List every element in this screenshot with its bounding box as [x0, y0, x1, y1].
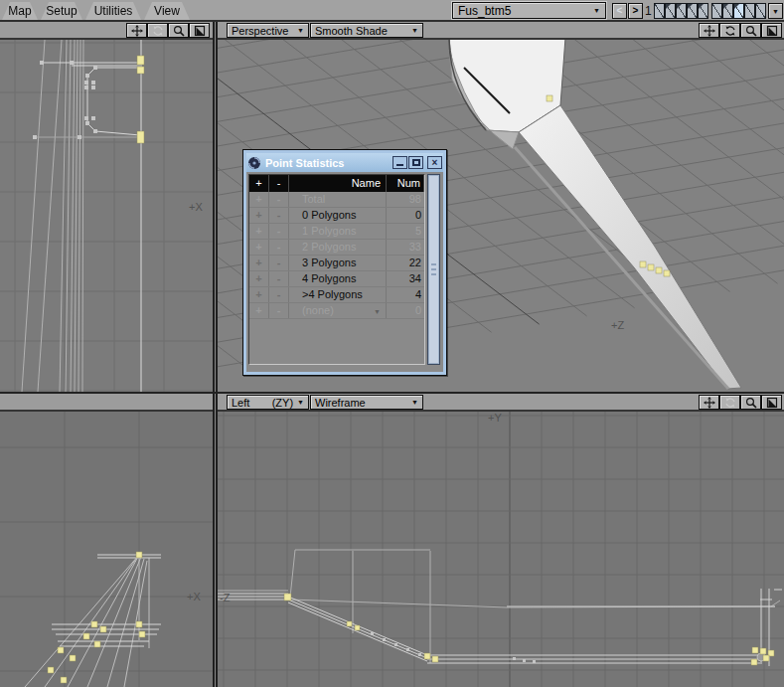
next-layer-button[interactable]: >	[628, 3, 643, 19]
expand-viewport-button[interactable]	[189, 23, 210, 38]
minimize-icon	[396, 164, 403, 166]
tab-bar: Map Setup Utilities View Fus_btm5 ▼ < > …	[0, 0, 784, 22]
layer-button-8[interactable]	[733, 3, 744, 19]
maximize-viewport-icon	[766, 25, 778, 37]
previous-layer-button[interactable]: <	[612, 3, 627, 19]
layer-button-6[interactable]	[711, 3, 722, 19]
scrollbar[interactable]	[427, 174, 440, 365]
row-select-minus-button[interactable]: -	[269, 208, 289, 223]
row-count: 0	[387, 208, 424, 223]
zoom-viewport-button[interactable]	[740, 23, 761, 38]
stats-row: +-2 Polygons33	[249, 240, 424, 256]
wireframe	[42, 63, 140, 135]
layer-button-5[interactable]	[698, 3, 708, 19]
row-select-plus-button[interactable]: +	[249, 240, 269, 255]
chevron-down-icon: ▼	[411, 399, 418, 406]
render-mode-value: Wireframe	[315, 397, 366, 409]
row-select-minus-button[interactable]: -	[269, 224, 289, 239]
layer-button-1[interactable]	[654, 3, 665, 19]
modeler-window: Map Setup Utilities View Fus_btm5 ▼ < > …	[0, 0, 784, 687]
scrollbar-grip-icon	[431, 263, 436, 276]
pan-viewport-button[interactable]	[699, 23, 719, 38]
stats-row: +-3 Polygons22	[249, 256, 424, 271]
rotate-viewport-button-disabled	[147, 23, 168, 38]
title-bar[interactable]: Point Statistics ×	[246, 153, 443, 172]
row-select-minus-button[interactable]: -	[269, 192, 289, 207]
tab-setup[interactable]: Setup	[41, 2, 82, 20]
row-count: 4	[387, 287, 424, 302]
tab-map[interactable]: Map	[2, 2, 38, 20]
maximize-button[interactable]	[408, 156, 423, 169]
chevron-down-icon[interactable]: ▼	[374, 304, 381, 319]
grid	[0, 40, 213, 392]
row-select-plus-button[interactable]: +	[249, 303, 269, 318]
tab-utilities[interactable]: Utilities	[85, 2, 141, 20]
pan-viewport-button[interactable]	[126, 23, 147, 38]
chevron-down-icon: ▼	[297, 399, 304, 406]
select-plus-header[interactable]: +	[249, 175, 269, 192]
tab-view[interactable]: View	[144, 2, 190, 20]
view-mode-selector[interactable]: Perspective ▼	[227, 23, 309, 38]
view-mode-selector[interactable]: Left (ZY) ▼	[227, 395, 309, 410]
layer-button-7[interactable]	[722, 3, 733, 19]
object-selector[interactable]: Fus_btm5 ▼	[452, 2, 606, 19]
bottom-left-viewport[interactable]: +X	[0, 412, 213, 687]
shaded-object	[449, 40, 741, 389]
stats-table: + - Name Num +-Total98+-0 Polygons0+-1 P…	[248, 174, 425, 365]
row-select-plus-button[interactable]: +	[249, 192, 269, 207]
rotate-icon	[724, 25, 736, 37]
row-name: 0 Polygons	[289, 208, 387, 223]
horizontal-splitter[interactable]	[0, 392, 784, 394]
render-mode-selector[interactable]: Wireframe ▼	[310, 395, 423, 410]
layer-button-10[interactable]	[755, 3, 766, 19]
zoom-viewport-button[interactable]	[168, 23, 189, 38]
row-select-minus-button[interactable]: -	[269, 303, 289, 318]
axis-label: +Z	[611, 319, 624, 331]
tab-strip: Map Setup Utilities View	[2, 2, 190, 20]
row-select-minus-button[interactable]: -	[269, 240, 289, 255]
row-select-plus-button[interactable]: +	[249, 287, 269, 302]
side-viewport[interactable]: +Y -Z	[218, 412, 784, 687]
row-select-minus-button[interactable]: -	[269, 271, 289, 286]
layer-button-3[interactable]	[676, 3, 687, 19]
layer-page-number: 1	[645, 4, 652, 18]
layer-button-4[interactable]	[687, 3, 698, 19]
row-name: 1 Polygons	[289, 224, 387, 239]
row-select-plus-button[interactable]: +	[249, 208, 269, 223]
row-name: 4 Polygons	[289, 271, 387, 286]
expand-viewport-button[interactable]	[761, 395, 782, 410]
row-select-minus-button[interactable]: -	[269, 287, 289, 302]
row-select-plus-button[interactable]: +	[249, 224, 269, 239]
vertical-splitter[interactable]	[213, 22, 218, 687]
layer-button-2[interactable]	[665, 3, 676, 19]
layer-bank	[654, 3, 766, 19]
render-mode-selector[interactable]: Smooth Shade ▼	[310, 23, 423, 38]
rotate-viewport-button[interactable]	[719, 23, 740, 38]
viewport-controls	[126, 23, 210, 38]
row-select-minus-button[interactable]: -	[269, 256, 289, 270]
pan-viewport-button[interactable]	[699, 395, 719, 410]
side-viewport-header: Left (ZY) ▼ Wireframe ▼	[218, 394, 784, 412]
magnifier-icon	[173, 25, 185, 37]
maximize-viewport-icon	[766, 397, 778, 409]
minimize-button[interactable]	[392, 156, 407, 169]
stats-table-header: + - Name Num	[249, 175, 424, 192]
pan-icon	[704, 397, 715, 409]
top-left-viewport[interactable]: +X	[0, 40, 213, 392]
scrollbar-thumb[interactable]	[429, 176, 438, 363]
zoom-viewport-button[interactable]	[740, 395, 761, 410]
viewport-controls	[699, 23, 782, 38]
row-count: 22	[387, 256, 424, 270]
row-select-plus-button[interactable]: +	[249, 271, 269, 286]
expand-viewport-button[interactable]	[761, 23, 782, 38]
rotate-icon	[724, 397, 736, 409]
chevron-down-icon: ▼	[297, 27, 304, 34]
layer-button-9[interactable]	[744, 3, 755, 19]
dialog-body: + - Name Num +-Total98+-0 Polygons0+-1 P…	[246, 172, 443, 372]
stats-row: +->4 Polygons4	[249, 287, 424, 303]
layer-menu-button[interactable]: ▼	[768, 3, 783, 19]
close-button[interactable]: ×	[427, 156, 442, 169]
magnifier-icon	[745, 25, 757, 37]
row-select-plus-button[interactable]: +	[249, 256, 269, 270]
select-minus-header[interactable]: -	[269, 175, 289, 192]
